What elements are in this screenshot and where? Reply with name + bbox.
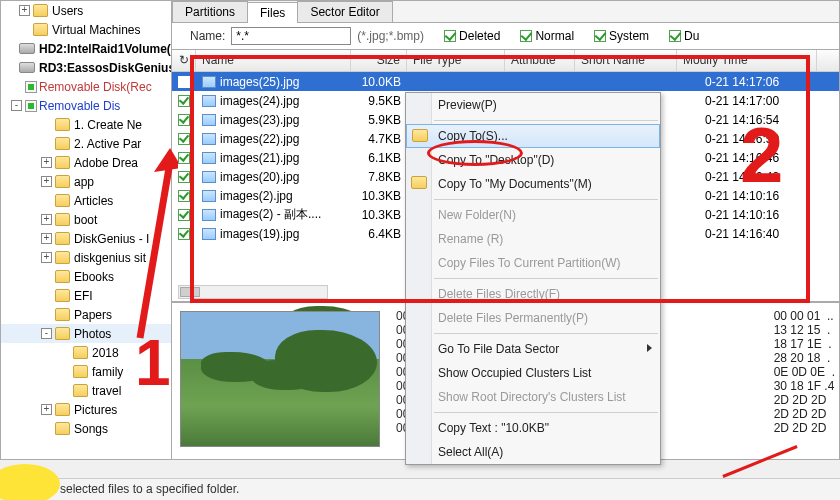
normal-checkbox[interactable]: Normal bbox=[520, 29, 574, 43]
image-file-icon bbox=[202, 76, 216, 88]
row-checkbox[interactable] bbox=[178, 228, 190, 240]
menu-copy-text[interactable]: Copy Text : "10.0KB" bbox=[406, 416, 660, 440]
tree-item[interactable]: +Pictures bbox=[1, 400, 171, 419]
tree-item[interactable]: Virtual Machines bbox=[1, 20, 171, 39]
menu-show-root-clusters: Show Root Directory's Clusters List bbox=[406, 385, 660, 409]
menu-rename: Rename (R) bbox=[406, 227, 660, 251]
image-file-icon bbox=[202, 228, 216, 240]
tree-item[interactable]: -Removable Dis bbox=[1, 96, 171, 115]
tree-item[interactable]: Ebooks bbox=[1, 267, 171, 286]
row-checkbox[interactable] bbox=[178, 95, 190, 107]
col-modifytime[interactable]: Modify Time bbox=[677, 50, 817, 71]
tree-item[interactable]: family bbox=[1, 362, 171, 381]
system-checkbox[interactable]: System bbox=[594, 29, 649, 43]
file-row[interactable]: images(25).jpg10.0KB0-21 14:17:06 bbox=[172, 72, 839, 91]
tree-item[interactable]: +diskgenius sit bbox=[1, 248, 171, 267]
tree-item[interactable]: +DiskGenius - I bbox=[1, 229, 171, 248]
tree-item[interactable]: Songs bbox=[1, 419, 171, 438]
row-checkbox[interactable] bbox=[178, 209, 190, 221]
image-file-icon bbox=[202, 190, 216, 202]
tree-item[interactable]: 1. Create Ne bbox=[1, 115, 171, 134]
row-checkbox[interactable] bbox=[178, 190, 190, 202]
row-checkbox[interactable] bbox=[178, 152, 190, 164]
tree-item[interactable]: HD2:IntelRaid1Volume(1 bbox=[1, 39, 171, 58]
image-file-icon bbox=[202, 152, 216, 164]
annotation-yellow-blob bbox=[0, 464, 60, 500]
menu-show-occupied-clusters[interactable]: Show Occupied Clusters List bbox=[406, 361, 660, 385]
row-checkbox[interactable] bbox=[178, 133, 190, 145]
tree-item[interactable]: Papers bbox=[1, 305, 171, 324]
name-filter-label: Name: bbox=[190, 29, 225, 43]
col-shortname[interactable]: Short Name bbox=[575, 50, 677, 71]
menu-delete-permanently: Delete Files Permanently(P) bbox=[406, 306, 660, 330]
menu-select-all[interactable]: Select All(A) bbox=[406, 440, 660, 464]
menu-delete-directly: Delete Files Directly(F) bbox=[406, 282, 660, 306]
tree-item[interactable]: +app bbox=[1, 172, 171, 191]
status-bar: selected files to a specified folder. bbox=[0, 478, 840, 500]
submenu-arrow-icon bbox=[647, 344, 652, 352]
image-file-icon bbox=[202, 171, 216, 183]
image-file-icon bbox=[202, 209, 216, 221]
folder-tree[interactable]: +UsersVirtual MachinesHD2:IntelRaid1Volu… bbox=[0, 0, 172, 460]
tree-item[interactable]: +boot bbox=[1, 210, 171, 229]
tree-item[interactable]: RD3:EassosDiskGenius(1 bbox=[1, 58, 171, 77]
tree-item[interactable]: +Adobe Drea bbox=[1, 153, 171, 172]
tab-sector-editor[interactable]: Sector Editor bbox=[297, 1, 392, 22]
tree-item[interactable]: Removable Disk(Rec bbox=[1, 77, 171, 96]
tree-item[interactable]: -Photos bbox=[1, 324, 171, 343]
col-name[interactable]: Name bbox=[196, 50, 351, 71]
col-attribute[interactable]: Attribute bbox=[505, 50, 575, 71]
tab-bar: Partitions Files Sector Editor bbox=[172, 1, 839, 23]
tree-item[interactable]: +Users bbox=[1, 1, 171, 20]
tree-item[interactable]: 2. Active Par bbox=[1, 134, 171, 153]
menu-preview[interactable]: Preview(P) bbox=[406, 93, 660, 117]
name-filter-input[interactable] bbox=[231, 27, 351, 45]
row-checkbox[interactable] bbox=[178, 114, 190, 126]
menu-copy-to[interactable]: Copy To(S)... bbox=[406, 124, 660, 148]
filter-ext-hint: (*.jpg;*.bmp) bbox=[357, 29, 424, 43]
deleted-checkbox[interactable]: Deleted bbox=[444, 29, 500, 43]
col-size[interactable]: Size bbox=[351, 50, 407, 71]
menu-copy-current-partition: Copy Files To Current Partition(W) bbox=[406, 251, 660, 275]
tab-files[interactable]: Files bbox=[247, 2, 298, 23]
horizontal-scrollbar[interactable] bbox=[178, 285, 328, 299]
menu-copy-desktop[interactable]: Copy To "Desktop"(D) bbox=[406, 148, 660, 172]
file-list-header: ↻ Name Size File Type Attribute Short Na… bbox=[172, 50, 839, 72]
menu-copy-mydocs[interactable]: Copy To "My Documents"(M) bbox=[406, 172, 660, 196]
recover-icon[interactable]: ↻ bbox=[172, 50, 196, 71]
image-file-icon bbox=[202, 114, 216, 126]
image-file-icon bbox=[202, 133, 216, 145]
menu-goto-file-data-sector[interactable]: Go To File Data Sector bbox=[406, 337, 660, 361]
menu-new-folder: New Folder(N) bbox=[406, 203, 660, 227]
row-checkbox[interactable] bbox=[178, 171, 190, 183]
row-checkbox[interactable] bbox=[178, 76, 190, 88]
col-filetype[interactable]: File Type bbox=[407, 50, 505, 71]
dup-checkbox[interactable]: Du bbox=[669, 29, 699, 43]
image-file-icon bbox=[202, 95, 216, 107]
filter-bar: Name: (*.jpg;*.bmp) Deleted Normal Syste… bbox=[172, 23, 839, 49]
tree-item[interactable]: EFI bbox=[1, 286, 171, 305]
image-preview bbox=[172, 303, 392, 461]
tree-item[interactable]: travel bbox=[1, 381, 171, 400]
tab-partitions[interactable]: Partitions bbox=[172, 1, 248, 22]
context-menu: Preview(P) Copy To(S)... Copy To "Deskto… bbox=[405, 92, 661, 465]
tree-item[interactable]: Articles bbox=[1, 191, 171, 210]
tree-item[interactable]: 2018 bbox=[1, 343, 171, 362]
